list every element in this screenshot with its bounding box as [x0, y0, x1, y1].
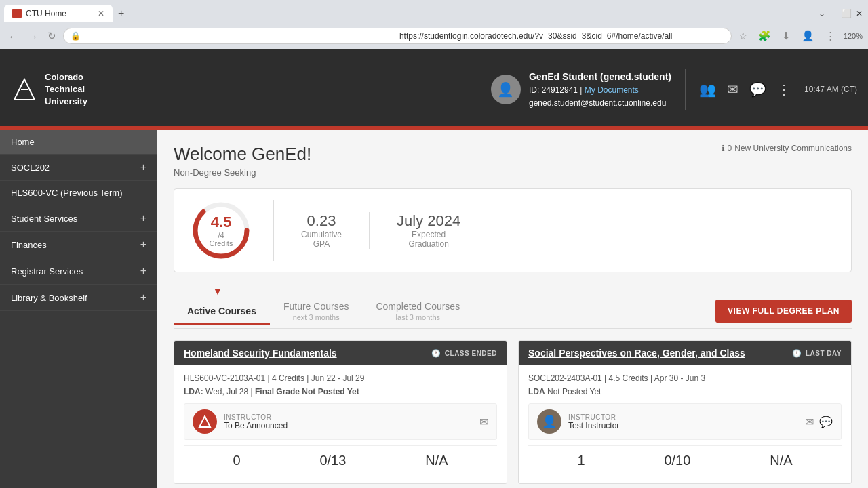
sidebar-item-student-services[interactable]: Student Services +: [0, 205, 157, 232]
time-display: 10:47 AM (CT): [804, 85, 857, 94]
credits-denom: /4: [210, 231, 233, 239]
user-email: gened.student@student.ctuonline.edu: [529, 97, 671, 110]
main-content: Welcome GenEd! ℹ 0 New University Commun…: [157, 130, 868, 488]
course-card-header: Homeland Security Fundamentals 🕐 CLASS E…: [174, 341, 507, 365]
course-badge: 🕐 CLASS ENDED: [431, 349, 497, 358]
more-icon[interactable]: ⋮: [777, 81, 791, 98]
extensions-button[interactable]: 🧩: [755, 28, 774, 43]
menu-button[interactable]: ⋮: [823, 28, 838, 43]
reload-button[interactable]: ↻: [45, 28, 59, 43]
view-degree-button[interactable]: VIEW FULL DEGREE PLAN: [715, 300, 852, 323]
graduation-stat: July 2024 Expected Graduation: [370, 212, 488, 249]
info-icon: ℹ: [722, 144, 725, 153]
tab-label: CTU Home: [26, 9, 66, 18]
expand-icon: +: [140, 265, 146, 277]
tab-future-courses[interactable]: Future Courses next 3 months: [270, 294, 362, 328]
profile-button[interactable]: 👤: [799, 28, 817, 43]
welcome-title: Welcome GenEd!: [174, 144, 311, 165]
instructor-actions: ✉ 💬: [805, 415, 833, 428]
download-button[interactable]: ⬇: [779, 28, 793, 43]
mail-icon[interactable]: ✉: [727, 81, 738, 98]
chat-icon[interactable]: 💬: [749, 81, 766, 98]
back-button[interactable]: ←: [5, 29, 21, 43]
address-bar[interactable]: 🔒 https://studentlogin.coloradotech.edu/…: [63, 28, 732, 44]
stat-val-0: 1: [577, 453, 585, 468]
tabs-row: Active Courses Future Courses next 3 mon…: [174, 294, 852, 329]
new-comms-link[interactable]: ℹ 0 New University Communications: [722, 144, 852, 153]
expand-icon: +: [140, 291, 146, 304]
svg-rect-0: [14, 10, 20, 17]
sidebar-item-library[interactable]: Library & Bookshelf +: [0, 285, 157, 311]
course-lda: LDA Not Posted Yet: [528, 387, 842, 396]
courses-grid: Homeland Security Fundamentals 🕐 CLASS E…: [174, 340, 852, 484]
grad-value: July 2024: [397, 212, 460, 230]
course-card-hls600: Homeland Security Fundamentals 🕐 CLASS E…: [174, 340, 507, 484]
gpa-stat: 0.23 Cumulative GPA: [274, 212, 370, 249]
forward-button[interactable]: →: [25, 29, 41, 43]
sidebar: Home SOCL202 + HLS600-VC (Previous Term)…: [0, 130, 157, 488]
course-title-link[interactable]: Social Perspectives on Race, Gender, and…: [528, 348, 745, 359]
bookmark-button[interactable]: ☆: [736, 28, 750, 43]
sidebar-item-socl202[interactable]: SOCL202 +: [0, 155, 157, 181]
stat-val-1: 0/13: [319, 453, 346, 468]
credits-stat: 4.5 /4 Credits: [191, 200, 274, 261]
people-icon[interactable]: 👥: [699, 81, 716, 98]
active-tab[interactable]: CTU Home ✕: [4, 5, 113, 22]
expand-icon: +: [140, 239, 146, 251]
lock-icon: 🔒: [71, 31, 395, 41]
tab-favicon: [12, 9, 22, 18]
sidebar-item-home[interactable]: Home: [0, 130, 157, 155]
tab-close-button[interactable]: ✕: [98, 9, 104, 18]
instructor-avatar: 👤: [537, 409, 561, 434]
course-meta: HLS600-VC-2103A-01 | 4 Credits | Jun 22 …: [184, 373, 497, 383]
ctu-logo-icon: [11, 76, 38, 103]
gpa-label: Cumulative GPA: [301, 230, 342, 249]
sidebar-item-hls600[interactable]: HLS600-VC (Previous Term): [0, 181, 157, 205]
credits-value: 4.5: [210, 214, 233, 231]
my-documents-link[interactable]: My Documents: [585, 85, 639, 95]
course-stats: 1 0/10 N/A: [528, 445, 842, 475]
instructor-avatar: [193, 409, 217, 434]
course-lda: LDA: Wed, Jul 28 | Final Grade Not Poste…: [184, 387, 497, 396]
stat-val-2: N/A: [425, 453, 448, 468]
credits-label: Credits: [210, 239, 233, 247]
instructor-info: INSTRUCTOR To Be Announced: [224, 413, 473, 430]
welcome-header: Welcome GenEd! ℹ 0 New University Commun…: [174, 144, 852, 165]
sidebar-item-finances[interactable]: Finances +: [0, 232, 157, 258]
course-stats: 0 0/13 N/A: [184, 445, 497, 475]
new-tab-button[interactable]: +: [113, 5, 130, 22]
course-card-body: SOCL202-2403A-01 | 4.5 Credits | Apr 30 …: [519, 365, 851, 483]
instructor-info: INSTRUCTOR Test Instructor: [568, 413, 798, 430]
gpa-value: 0.23: [301, 212, 342, 230]
stat-val-0: 0: [233, 453, 240, 468]
sidebar-item-registrar[interactable]: Registrar Services +: [0, 258, 157, 285]
new-comms-count: 0: [728, 144, 732, 153]
user-name: GenEd Student (gened.student): [529, 69, 671, 84]
instructor-actions: ✉: [479, 415, 488, 428]
user-info: 👤 GenEd Student (gened.student) ID: 2491…: [491, 69, 686, 110]
user-avatar: 👤: [491, 75, 521, 104]
course-badge: 🕐 LAST DAY: [792, 349, 842, 358]
grad-label: Expected Graduation: [397, 230, 460, 249]
app-header: Colorado Technical University 👤 GenEd St…: [0, 49, 868, 130]
stats-row: 4.5 /4 Credits 0.23 Cumulative GPA July …: [174, 188, 852, 272]
url-text: https://studentlogin.coloradotech.edu/?v…: [399, 31, 724, 41]
clock-icon: 🕐: [431, 349, 441, 358]
clock-icon: 🕐: [792, 349, 802, 358]
header-right: 👤 GenEd Student (gened.student) ID: 2491…: [491, 69, 857, 110]
user-details: GenEd Student (gened.student) ID: 249129…: [529, 69, 671, 110]
course-meta: SOCL202-2403A-01 | 4.5 Credits | Apr 30 …: [528, 373, 842, 383]
logo-text: Colorado Technical University: [45, 71, 87, 108]
mail-instructor-button[interactable]: ✉: [805, 415, 814, 428]
tab-completed-courses[interactable]: Completed Courses last 3 months: [362, 294, 473, 328]
course-card-body: HLS600-VC-2103A-01 | 4 Credits | Jun 22 …: [174, 365, 507, 483]
header-icons: 👥 ✉ 💬 ⋮: [699, 81, 791, 98]
mail-instructor-button[interactable]: ✉: [479, 415, 488, 428]
chat-instructor-button[interactable]: 💬: [819, 415, 833, 428]
subtitle: Non-Degree Seeking: [174, 167, 852, 178]
zoom-level: 120%: [844, 32, 863, 40]
tab-active-courses[interactable]: Active Courses: [174, 299, 270, 323]
instructor-row: INSTRUCTOR To Be Announced ✉: [184, 403, 497, 440]
expand-icon: +: [140, 161, 146, 174]
course-title-link[interactable]: Homeland Security Fundamentals: [184, 348, 337, 359]
